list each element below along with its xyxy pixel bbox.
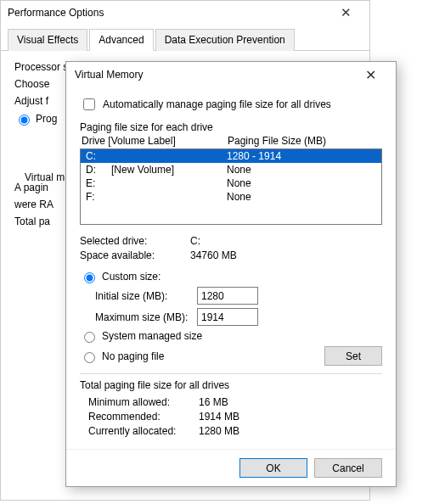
tab-advanced[interactable]: Advanced [89,29,153,51]
virtual-memory-dialog: Virtual Memory ✕ Automatically manage pa… [65,61,397,487]
vm-title-bar: Virtual Memory ✕ [66,62,396,87]
vm-title: Virtual Memory [75,69,143,81]
drive-paging-size: None [227,164,251,176]
drive-paging-size: None [227,177,251,189]
auto-manage-row: Automatically manage paging file size fo… [80,96,382,113]
drive-row[interactable]: D:[New Volume]None [81,163,381,176]
initial-size-input[interactable] [197,287,258,305]
drive-row[interactable]: F:None [81,190,381,204]
recommended-label: Recommended: [88,411,199,423]
drive-paging-size: 1280 - 1914 [227,150,281,162]
drive-paging-size: None [227,191,251,203]
current-allocated-label: Currently allocated: [88,425,199,437]
min-allowed-value: 16 MB [199,396,382,408]
programs-label: Prog [36,113,57,125]
dialog-buttons: OK Cancel [66,449,396,486]
drive-volume-label [111,177,227,189]
drive-letter: D: [86,164,111,176]
perf-title: Performance Options [8,7,104,19]
drive-letter: E: [86,177,111,189]
perf-close-icon[interactable]: ✕ [329,5,363,20]
space-available-value: 34760 MB [190,249,382,261]
drive-letter: C: [86,150,111,162]
maximum-size-label: Maximum size (MB): [95,311,189,323]
no-paging-label: No paging file [102,350,164,362]
auto-manage-label: Automatically manage paging file size fo… [103,98,331,110]
no-paging-option: No paging file [80,350,164,363]
each-drive-label: Paging file size for each drive [80,121,382,133]
min-allowed-label: Minimum allowed: [88,396,199,408]
system-managed-label: System managed size [102,330,202,342]
tab-dep[interactable]: Data Execution Prevention [155,29,295,51]
totals-label: Total paging file size for all drives [80,379,382,391]
maximum-size-input[interactable] [197,308,258,326]
drive-volume-label [111,150,227,162]
custom-size-radio[interactable] [84,272,95,283]
programs-radio[interactable] [19,115,30,126]
drive-volume-label [111,191,227,203]
col-drive-label: Drive [Volume Label] [82,135,228,147]
drive-list[interactable]: C:1280 - 1914D:[New Volume]NoneE:NoneF:N… [80,148,382,225]
drive-list-header: Drive [Volume Label] Paging File Size (M… [80,135,382,147]
drive-row[interactable]: C:1280 - 1914 [81,149,381,163]
current-allocated-value: 1280 MB [199,425,382,437]
virtual-memory-group-label: Virtual m [21,171,68,183]
auto-manage-checkbox[interactable] [83,98,95,110]
ok-button[interactable]: OK [239,458,307,478]
custom-size-option: Custom size: [80,270,382,283]
drive-volume-label: [New Volume] [111,164,227,176]
drive-letter: F: [86,191,111,203]
system-managed-option: System managed size [80,329,382,343]
maximum-size-row: Maximum size (MB): [95,308,382,326]
tab-visual-effects[interactable]: Visual Effects [8,29,87,51]
selected-drive-label: Selected drive: [80,235,190,247]
initial-size-row: Initial size (MB): [95,287,382,305]
selected-drive-value: C: [190,235,382,247]
cancel-button[interactable]: Cancel [314,458,382,478]
drive-row[interactable]: E:None [81,176,381,190]
perf-tabs: Visual Effects Advanced Data Execution P… [1,25,369,51]
perf-title-bar: Performance Options ✕ [1,1,369,25]
set-button[interactable]: Set [324,346,382,366]
divider [80,373,382,374]
space-available-label: Space available: [80,249,190,261]
custom-size-label: Custom size: [102,271,161,283]
totals-grid: Minimum allowed: 16 MB Recommended: 1914… [88,396,382,437]
selected-drive-info: Selected drive: C: Space available: 3476… [80,235,382,261]
close-icon[interactable]: ✕ [353,67,387,83]
recommended-value: 1914 MB [199,411,382,423]
initial-size-label: Initial size (MB): [95,290,189,302]
no-paging-radio[interactable] [84,352,95,363]
col-size-label: Paging File Size (MB) [228,135,326,147]
system-managed-radio[interactable] [84,332,95,343]
